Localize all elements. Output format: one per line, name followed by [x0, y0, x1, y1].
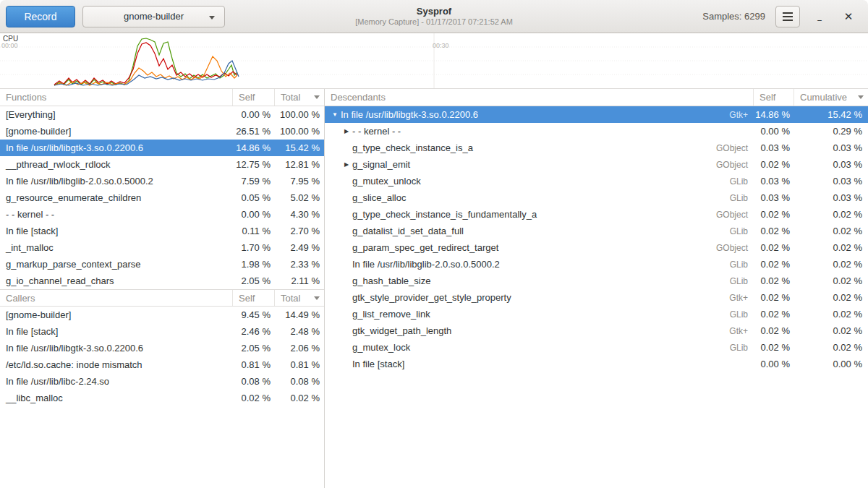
functions-table-row[interactable]: In file /usr/lib/libglib-2.0.so.0.5000.2…: [0, 173, 324, 189]
cell-function-name: - - kernel - -: [352, 126, 703, 137]
functions-table-row[interactable]: In file /usr/lib/libgtk-3.so.0.2200.614.…: [0, 140, 324, 156]
descendants-table-row[interactable]: g_type_check_instance_is_fundamentally_a…: [325, 206, 868, 223]
cell-self-percent: 14.86 %: [754, 109, 794, 120]
callers-table: [gnome-builder]9.45 %14.49 %In file [sta…: [0, 307, 324, 406]
callers-table-row[interactable]: [gnome-builder]9.45 %14.49 %: [0, 307, 324, 323]
cell-self-percent: 0.11 %: [233, 226, 275, 236]
cell-category-label: Gtk+: [703, 293, 754, 303]
descendants-table-row[interactable]: g_list_remove_linkGLib0.02 %0.02 %: [325, 306, 868, 322]
cell-self-percent: 0.81 %: [233, 359, 275, 370]
cell-total-percent: 14.49 %: [275, 309, 324, 320]
functions-table: [Everything]0.00 %100.00 %[gnome-builder…: [0, 106, 324, 289]
cell-function-name: g_mutex_unlock: [352, 176, 703, 187]
cell-function-name: __libc_malloc: [0, 393, 233, 403]
expander-open-icon[interactable]: ▼: [329, 111, 341, 118]
cell-cumulative-percent: 0.02 %: [794, 242, 868, 253]
cell-cumulative-percent: 0.02 %: [794, 259, 868, 270]
cell-self-percent: 0.02 %: [233, 393, 275, 403]
descendants-table-row[interactable]: In file [stack]0.00 %0.00 %: [325, 356, 868, 372]
main-panes: Functions Self Total [Everything]0.00 %1…: [0, 88, 868, 488]
cell-cumulative-percent: 0.03 %: [794, 176, 868, 187]
descendants-table-row[interactable]: g_mutex_lockGLib0.02 %0.02 %: [325, 339, 868, 356]
cpu-graph[interactable]: CPU 00:00 00:30: [0, 33, 868, 88]
callers-table-row[interactable]: In file /usr/lib/libgtk-3.so.0.2200.62.0…: [0, 340, 324, 356]
descendants-table-row[interactable]: ▼In file /usr/lib/libgtk-3.so.0.2200.6Gt…: [325, 106, 868, 123]
cell-function-name: [gnome-builder]: [0, 126, 233, 137]
cell-cumulative-percent: 0.02 %: [794, 275, 868, 286]
descendants-table-row[interactable]: gtk_style_provider_get_style_propertyGtk…: [325, 289, 868, 306]
callers-table-row[interactable]: /etc/ld.so.cache: inode mismatch0.81 %0.…: [0, 356, 324, 373]
close-button[interactable]: ✕: [839, 7, 858, 26]
cpu-red-line: [54, 43, 237, 85]
cell-self-percent: 0.00 %: [754, 359, 794, 369]
functions-table-row[interactable]: In file [stack]0.11 %2.70 %: [0, 223, 324, 239]
cell-self-percent: 2.05 %: [233, 275, 275, 286]
cell-function-name: g_type_check_instance_is_fundamentally_a: [352, 209, 703, 220]
window-subtitle: [Memory Capture] - 01/17/2017 07:21:52 A…: [355, 17, 513, 27]
cell-function-name: g_io_channel_read_chars: [0, 275, 233, 286]
cell-self-percent: 7.59 %: [233, 176, 275, 187]
expander-closed-icon[interactable]: ▶: [341, 128, 352, 134]
cell-function-name: g_resource_enumerate_children: [0, 192, 233, 203]
functions-table-row[interactable]: _int_malloc1.70 %2.49 %: [0, 239, 324, 256]
record-button[interactable]: Record: [6, 6, 75, 27]
descendants-table-row[interactable]: g_slice_allocGLib0.03 %0.03 %: [325, 189, 868, 206]
sort-indicator-icon: [314, 296, 320, 300]
cell-self-percent: 0.02 %: [754, 292, 794, 303]
callers-table-row[interactable]: __libc_malloc0.02 %0.02 %: [0, 390, 324, 406]
functions-self-column-header[interactable]: Self: [233, 89, 275, 106]
functions-table-row[interactable]: - - kernel - -0.00 %4.30 %: [0, 206, 324, 223]
cell-self-percent: 0.02 %: [754, 259, 794, 270]
cell-function-name: - - kernel - -: [0, 209, 233, 220]
descendants-cumulative-column-header[interactable]: Cumulative: [794, 89, 868, 106]
descendants-table-row[interactable]: g_param_spec_get_redirect_targetGObject0…: [325, 239, 868, 256]
descendants-table-row[interactable]: g_mutex_unlockGLib0.03 %0.03 %: [325, 173, 868, 189]
cell-total-percent: 2.48 %: [275, 326, 324, 337]
descendants-table-row[interactable]: g_type_check_instance_is_aGObject0.03 %0…: [325, 140, 868, 156]
cell-self-percent: 0.00 %: [754, 126, 794, 137]
cell-function-name: g_signal_emit: [352, 159, 703, 170]
functions-total-column-header[interactable]: Total: [275, 89, 324, 106]
process-selector-dropdown[interactable]: gnome-builder: [82, 6, 225, 27]
cell-function-name: g_hash_table_size: [352, 275, 703, 286]
functions-table-row[interactable]: __pthread_rwlock_rdlock12.75 %12.81 %: [0, 156, 324, 173]
expander-closed-icon[interactable]: ▶: [341, 161, 352, 168]
descendants-table-row[interactable]: g_datalist_id_set_data_fullGLib0.02 %0.0…: [325, 223, 868, 239]
cell-self-percent: 0.05 %: [233, 192, 275, 203]
menu-button[interactable]: [775, 6, 800, 27]
callers-table-row[interactable]: In file [stack]2.46 %2.48 %: [0, 323, 324, 340]
cell-function-name: g_datalist_id_set_data_full: [352, 226, 703, 236]
functions-table-row[interactable]: [gnome-builder]26.51 %100.00 %: [0, 123, 324, 140]
hamburger-icon: [783, 16, 793, 17]
cell-function-name: In file /usr/lib/libc-2.24.so: [0, 376, 233, 387]
cell-total-percent: 5.02 %: [275, 192, 324, 203]
sort-indicator-icon: [314, 95, 320, 99]
descendants-self-column-header[interactable]: Self: [754, 89, 794, 106]
cell-self-percent: 0.03 %: [754, 176, 794, 187]
time-tick-start: 00:00: [1, 42, 18, 49]
functions-column-header[interactable]: Functions: [0, 89, 233, 106]
callers-column-header[interactable]: Callers: [0, 290, 233, 306]
descendants-column-header[interactable]: Descendants: [325, 89, 754, 106]
functions-table-row[interactable]: g_markup_parse_context_parse1.98 %2.33 %: [0, 256, 324, 273]
cell-function-name: g_slice_alloc: [352, 192, 703, 203]
descendants-table-row[interactable]: ▶- - kernel - -0.00 %0.29 %: [325, 123, 868, 140]
functions-table-row[interactable]: [Everything]0.00 %100.00 %: [0, 106, 324, 123]
descendants-table-row[interactable]: gtk_widget_path_lengthGtk+0.02 %0.02 %: [325, 322, 868, 339]
functions-table-row[interactable]: g_io_channel_read_chars2.05 %2.11 %: [0, 273, 324, 289]
minimize-button[interactable]: –: [810, 7, 829, 26]
functions-table-row[interactable]: g_resource_enumerate_children0.05 %5.02 …: [0, 189, 324, 206]
chevron-down-icon: [209, 16, 215, 20]
cell-category-label: GLib: [703, 260, 754, 270]
cell-function-name: gtk_widget_path_length: [352, 325, 703, 336]
callers-total-column-header[interactable]: Total: [275, 290, 324, 306]
functions-total-label: Total: [281, 92, 300, 103]
cell-cumulative-percent: 0.02 %: [794, 292, 868, 303]
cell-self-percent: 2.05 %: [233, 343, 275, 354]
descendants-table-row[interactable]: g_hash_table_sizeGLib0.02 %0.02 %: [325, 273, 868, 289]
descendants-table-row[interactable]: In file /usr/lib/libglib-2.0.so.0.5000.2…: [325, 256, 868, 273]
descendants-table-row[interactable]: ▶g_signal_emitGObject0.02 %0.03 %: [325, 156, 868, 173]
callers-self-column-header[interactable]: Self: [233, 290, 275, 306]
callers-table-row[interactable]: In file /usr/lib/libc-2.24.so0.08 %0.08 …: [0, 373, 324, 390]
cell-self-percent: 2.46 %: [233, 326, 275, 337]
